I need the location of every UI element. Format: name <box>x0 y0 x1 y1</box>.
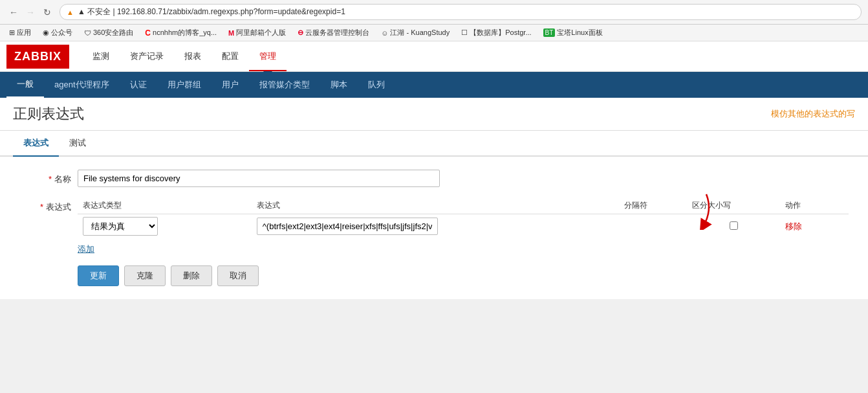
add-link[interactable]: 添加 <box>78 244 94 254</box>
url-text: ▲ 不安全 | 192.168.80.71/zabbix/adm.regexps… <box>78 6 345 17</box>
hint-text: 模仿其他的表达式的写 <box>771 108 855 120</box>
cloud-icon: ⊖ <box>298 28 303 37</box>
type-cell: 结果为真 字符串已包含 任何字符串 不匹配 <box>78 214 252 239</box>
button-row: 更新 克隆 删除 取消 <box>19 265 849 286</box>
update-button[interactable]: 更新 <box>78 265 119 286</box>
zabbix-logo: ZABBIX <box>6 45 69 69</box>
subnav-item-scripts[interactable]: 脚本 <box>320 73 358 97</box>
nav-arrow <box>263 71 272 76</box>
bookmark-360[interactable]: 🛡 360安全路由 <box>80 27 137 39</box>
name-label: *名称 <box>19 170 71 185</box>
subnav-item-general[interactable]: 一般 <box>6 72 44 98</box>
page-title: 正则表达式 <box>13 104 84 124</box>
subnav-item-agent[interactable]: agent代理程序 <box>44 73 120 97</box>
public-icon: ◉ <box>43 28 49 37</box>
subnav-item-users[interactable]: 用户 <box>212 73 249 97</box>
required-star: * <box>49 174 52 184</box>
address-bar[interactable]: ▲ ▲ 不安全 | 192.168.80.71/zabbix/adm.regex… <box>60 4 862 20</box>
cancel-button[interactable]: 取消 <box>217 265 259 286</box>
bookmark-ncnhhm[interactable]: C ncnhhm的博客_yq... <box>141 27 221 39</box>
expr-cell <box>252 214 619 239</box>
page-header: 正则表达式 模仿其他的表达式的写 <box>0 98 868 131</box>
subnav-item-usergroups[interactable]: 用户群组 <box>157 73 212 97</box>
bookmark-db[interactable]: ☐ 【数据库】Postgr... <box>457 27 535 39</box>
shield-icon: 🛡 <box>84 29 91 37</box>
bookmarks-bar: ⊞ 应用 ◉ 公众号 🛡 360安全路由 C ncnhhm的博客_yq... M… <box>0 25 868 41</box>
top-nav: ZABBIX 监测 资产记录 报表 配置 管理 <box>0 41 868 72</box>
tab-expression[interactable]: 表达式 <box>13 131 59 157</box>
nav-item-assets[interactable]: 资产记录 <box>120 41 174 71</box>
delete-button[interactable]: 删除 <box>171 265 212 286</box>
bookmark-cloud[interactable]: ⊖ 云服务器管理控制台 <box>294 27 373 39</box>
col-action-header: 动作 <box>780 197 849 214</box>
expr-input[interactable] <box>257 218 438 235</box>
expr-label: *表达式 <box>19 197 71 213</box>
subnav-item-mediatypes[interactable]: 报管媒介类型 <box>249 73 320 97</box>
sub-nav: 一般 agent代理程序 认证 用户群组 用户 报管媒介类型 脚本 队列 <box>0 72 868 98</box>
required-star2: * <box>40 202 43 212</box>
bookmark-apps[interactable]: ⊞ 应用 <box>5 27 35 39</box>
clone-button[interactable]: 克隆 <box>124 265 166 286</box>
bookmark-bt[interactable]: BT 宝塔Linux面板 <box>539 27 607 39</box>
form-area: *名称 *表达式 <box>0 157 868 299</box>
mail-icon: M <box>228 29 234 37</box>
tab-bar: 表达式 测试 <box>0 131 868 157</box>
browser-bar: ← → ↻ ▲ ▲ 不安全 | 192.168.80.71/zabbix/adm… <box>0 0 868 25</box>
subnav-item-auth[interactable]: 认证 <box>120 73 157 97</box>
db-icon: ☐ <box>461 28 468 37</box>
remove-link[interactable]: 移除 <box>785 221 802 231</box>
bookmark-public[interactable]: ◉ 公众号 <box>39 27 76 39</box>
top-nav-items: 监测 资产记录 报表 配置 管理 <box>82 41 287 71</box>
reload-button[interactable]: ↻ <box>40 5 54 19</box>
blog-icon: C <box>145 28 151 38</box>
expr-type-select[interactable]: 结果为真 字符串已包含 任何字符串 不匹配 <box>83 217 158 236</box>
nav-item-reports[interactable]: 报表 <box>174 41 212 71</box>
expr-table-container: 表达式类型 表达式 分隔符 区分大小写 动作 结 <box>78 197 849 255</box>
forward-button[interactable]: → <box>23 5 38 19</box>
user-icon: ☺ <box>381 29 388 37</box>
bt-icon: BT <box>543 28 556 37</box>
action-cell: 移除 <box>780 214 849 239</box>
nav-item-monitor[interactable]: 监测 <box>82 41 120 71</box>
col-type-header: 表达式类型 <box>78 197 252 214</box>
subnav-item-queue[interactable]: 队列 <box>358 73 395 97</box>
case-cell <box>687 214 780 239</box>
expr-row: *表达式 <box>19 197 849 255</box>
nav-item-config[interactable]: 配置 <box>212 41 249 71</box>
delim-cell <box>619 214 688 239</box>
col-expr-header: 表达式 <box>252 197 619 214</box>
name-input[interactable] <box>78 170 440 187</box>
case-checkbox[interactable] <box>730 221 738 230</box>
col-case-header: 区分大小写 <box>687 197 780 214</box>
col-delim-header: 分隔符 <box>619 197 688 214</box>
nav-item-admin[interactable]: 管理 <box>249 41 287 71</box>
tab-test[interactable]: 测试 <box>59 131 96 157</box>
add-row: 添加 <box>78 238 849 255</box>
zabbix-app: ZABBIX 监测 资产记录 报表 配置 管理 一般 agent代理程序 认证 … <box>0 41 868 299</box>
bookmark-kuang[interactable]: ☺ 江湖 - KuangStudy <box>377 27 453 39</box>
security-icon: ▲ <box>67 8 74 16</box>
table-row: 结果为真 字符串已包含 任何字符串 不匹配 <box>78 214 849 239</box>
bookmark-aliyun[interactable]: M 阿里邮箱个人版 <box>224 27 290 39</box>
apps-icon: ⊞ <box>9 28 15 37</box>
browser-nav: ← → ↻ <box>6 5 54 19</box>
back-button[interactable]: ← <box>6 5 21 19</box>
name-row: *名称 <box>19 170 849 187</box>
page-content: 正则表达式 模仿其他的表达式的写 表达式 测试 *名称 *表达式 <box>0 98 868 299</box>
expr-table: 表达式类型 表达式 分隔符 区分大小写 动作 结 <box>78 197 849 238</box>
